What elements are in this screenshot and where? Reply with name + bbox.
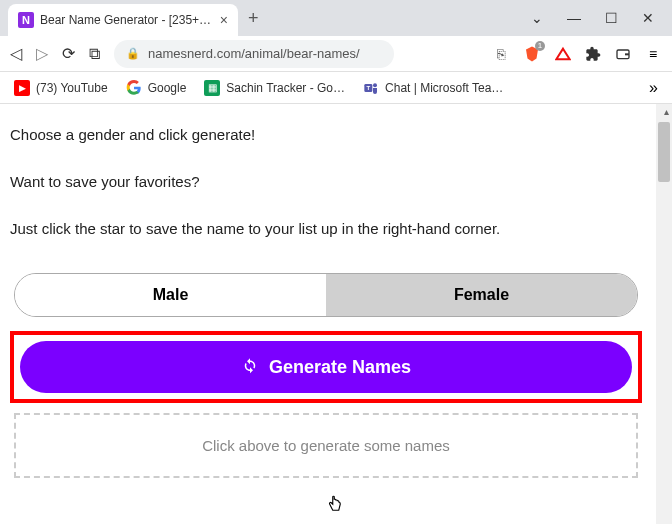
tab-close-icon[interactable]: × [220,12,228,28]
generate-button-label: Generate Names [269,357,411,378]
youtube-icon: ▶ [14,80,30,96]
bookmark-sheets[interactable]: ▦ Sachin Tracker - Go… [204,80,345,96]
brave-shield-icon[interactable]: 1 [522,44,542,64]
google-icon [126,80,142,96]
window-dropdown-icon[interactable]: ⌄ [531,10,543,26]
browser-tab-strip: N Bear Name Generator - [235+ am… × + ⌄ … [0,0,672,36]
bookmark-label: Google [148,81,187,95]
tab-title: Bear Name Generator - [235+ am… [40,13,214,27]
scroll-thumb[interactable] [658,122,670,182]
bookmark-icon[interactable]: ⧉ [89,45,100,63]
new-tab-button[interactable]: + [248,8,259,29]
page-content: ▴ Choose a gender and click generate! Wa… [0,104,672,524]
refresh-icon [241,356,259,378]
triangle-icon[interactable] [554,45,572,63]
window-minimize-icon[interactable]: — [567,10,581,26]
instruction-text-3: Just click the star to save the name to … [10,218,642,239]
sheets-icon: ▦ [204,80,220,96]
extension-icons: ⎘ 1 ≡ [492,44,662,64]
gender-toggle: Male Female [14,273,638,317]
wallet-icon[interactable] [614,45,632,63]
lock-icon: 🔒 [126,47,140,60]
results-placeholder: Click above to generate some names [14,413,638,478]
instruction-text-1: Choose a gender and click generate! [10,124,642,145]
back-button[interactable]: ◁ [10,44,22,63]
extensions-icon[interactable] [584,45,602,63]
bookmarks-bar: ▶ (73) YouTube Google ▦ Sachin Tracker -… [0,72,672,104]
teams-icon: T [363,80,379,96]
tab-favicon: N [18,12,34,28]
bookmark-youtube[interactable]: ▶ (73) YouTube [14,80,108,96]
bookmark-label: (73) YouTube [36,81,108,95]
scroll-up-icon[interactable]: ▴ [664,106,669,117]
bookmark-teams[interactable]: T Chat | Microsoft Tea… [363,80,503,96]
reload-button[interactable]: ⟳ [62,44,75,63]
window-close-icon[interactable]: ✕ [642,10,654,26]
cursor-pointer-icon [326,494,344,520]
gender-option-female[interactable]: Female [326,274,637,316]
instruction-text-2: Want to save your favorites? [10,171,642,192]
scrollbar[interactable]: ▴ [656,104,672,524]
bookmark-google[interactable]: Google [126,80,187,96]
svg-rect-1 [625,53,629,55]
window-maximize-icon[interactable]: ☐ [605,10,618,26]
address-bar: ◁ ▷ ⟳ ⧉ 🔒 namesnerd.com/animal/bear-name… [0,36,672,72]
forward-button[interactable]: ▷ [36,44,48,63]
browser-tab[interactable]: N Bear Name Generator - [235+ am… × [8,4,238,36]
highlight-annotation: Generate Names [10,331,642,403]
url-input[interactable]: 🔒 namesnerd.com/animal/bear-names/ [114,40,394,68]
generate-names-button[interactable]: Generate Names [20,341,632,393]
svg-point-4 [373,83,377,87]
gender-option-male[interactable]: Male [15,274,326,316]
url-text: namesnerd.com/animal/bear-names/ [148,46,360,61]
bookmark-label: Chat | Microsoft Tea… [385,81,503,95]
menu-icon[interactable]: ≡ [644,45,662,63]
window-controls: ⌄ — ☐ ✕ [531,10,664,26]
share-icon[interactable]: ⎘ [492,45,510,63]
bookmark-label: Sachin Tracker - Go… [226,81,345,95]
bookmarks-overflow-icon[interactable]: » [649,79,658,97]
svg-text:T: T [367,85,371,91]
